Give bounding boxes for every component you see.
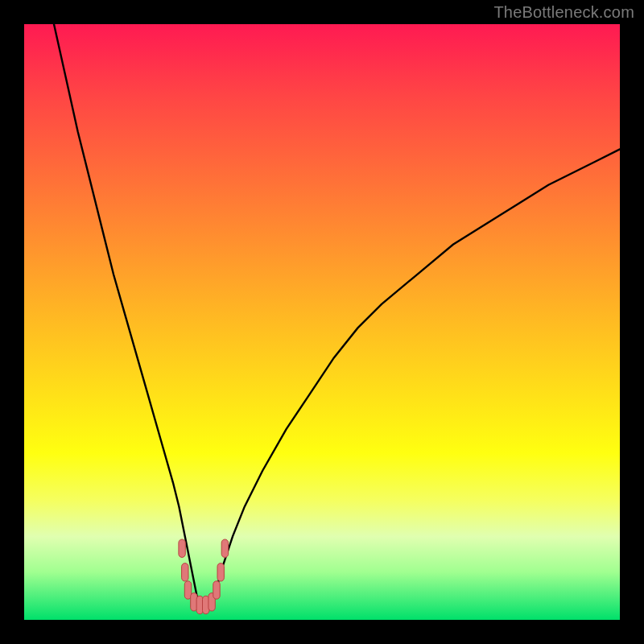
marker-point [217, 564, 224, 581]
bottleneck-curve [54, 24, 620, 608]
marker-point [182, 564, 188, 581]
svg-rect-9 [221, 539, 228, 557]
marker-point [221, 539, 228, 557]
svg-rect-1 [182, 564, 188, 581]
svg-rect-8 [217, 564, 224, 581]
marker-point [179, 539, 185, 557]
marker-point [213, 581, 220, 599]
svg-rect-0 [179, 539, 185, 557]
chart-canvas [24, 24, 620, 620]
watermark-label: TheBottleneck.com [493, 3, 634, 22]
chart-gradient-background [24, 24, 620, 620]
marker-group [179, 539, 229, 614]
svg-rect-7 [213, 581, 220, 599]
chart-container: TheBottleneck.com [0, 0, 644, 644]
